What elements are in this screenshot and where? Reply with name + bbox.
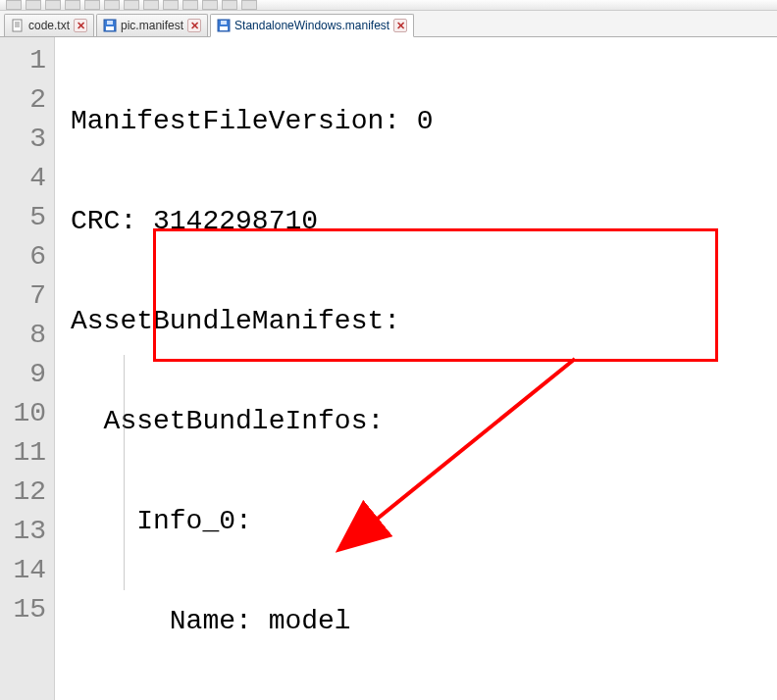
line-number: 1	[0, 41, 54, 80]
code-area[interactable]: ManifestFileVersion: 0 CRC: 3142298710 A…	[55, 37, 777, 700]
fold-guide	[124, 355, 125, 590]
close-icon[interactable]: ✕	[393, 19, 407, 32]
tab-label: pic.manifest	[121, 19, 183, 32]
toolbar-btn[interactable]	[241, 0, 257, 10]
tab-code-txt[interactable]: code.txt ✕	[4, 14, 94, 36]
svg-line-11	[369, 359, 575, 525]
annotation-box	[153, 228, 718, 362]
svg-rect-0	[13, 20, 22, 31]
line-number: 7	[0, 276, 54, 316]
toolbar-btn[interactable]	[163, 0, 179, 10]
editor: 1 2 3 4 5 6 7 8 9 10 11 12 13 14 15 Mani…	[0, 37, 777, 700]
line-number: 2	[0, 80, 54, 120]
line-number: 12	[0, 473, 54, 512]
line-number: 9	[0, 355, 54, 394]
code-line: ManifestFileVersion: 0	[71, 102, 777, 141]
toolbar	[0, 0, 777, 11]
toolbar-btn[interactable]	[202, 0, 218, 10]
line-number: 8	[0, 316, 54, 355]
code-line: AssetBundleInfos:	[71, 402, 777, 441]
tab-standalonewindows-manifest[interactable]: StandaloneWindows.manifest ✕	[210, 14, 414, 37]
line-number: 14	[0, 551, 54, 590]
line-number: 4	[0, 159, 54, 198]
line-number: 13	[0, 512, 54, 551]
toolbar-btn[interactable]	[65, 0, 80, 10]
line-number: 3	[0, 120, 54, 159]
svg-rect-6	[107, 21, 113, 25]
save-icon	[217, 19, 231, 32]
toolbar-btn[interactable]	[124, 0, 139, 10]
save-icon	[103, 19, 117, 32]
toolbar-btn[interactable]	[143, 0, 159, 10]
tab-bar: code.txt ✕ pic.manifest ✕ StandaloneWind…	[0, 11, 777, 37]
toolbar-btn[interactable]	[84, 0, 100, 10]
code-line: CRC: 3142298710	[71, 202, 777, 241]
toolbar-btn[interactable]	[45, 0, 61, 10]
tab-pic-manifest[interactable]: pic.manifest ✕	[96, 14, 208, 36]
file-icon	[11, 19, 25, 32]
toolbar-btn[interactable]	[26, 0, 41, 10]
tab-label: StandaloneWindows.manifest	[234, 19, 389, 32]
line-number: 10	[0, 394, 54, 433]
toolbar-btn[interactable]	[104, 0, 120, 10]
close-icon[interactable]: ✕	[187, 19, 201, 32]
line-number: 15	[0, 590, 54, 629]
line-number: 6	[0, 237, 54, 276]
toolbar-btn[interactable]	[182, 0, 198, 10]
svg-rect-9	[221, 21, 227, 25]
line-number: 11	[0, 433, 54, 473]
toolbar-icons	[0, 0, 777, 10]
code-line: Name: model	[71, 602, 777, 641]
toolbar-btn[interactable]	[6, 0, 22, 10]
line-number-gutter: 1 2 3 4 5 6 7 8 9 10 11 12 13 14 15	[0, 37, 55, 700]
code-line: Info_0:	[71, 502, 777, 541]
svg-rect-8	[220, 26, 228, 30]
code-line: AssetBundleManifest:	[71, 302, 777, 341]
tab-label: code.txt	[28, 19, 70, 32]
line-number: 5	[0, 198, 54, 237]
toolbar-btn[interactable]	[222, 0, 237, 10]
svg-rect-5	[106, 26, 114, 30]
close-icon[interactable]: ✕	[74, 19, 87, 32]
